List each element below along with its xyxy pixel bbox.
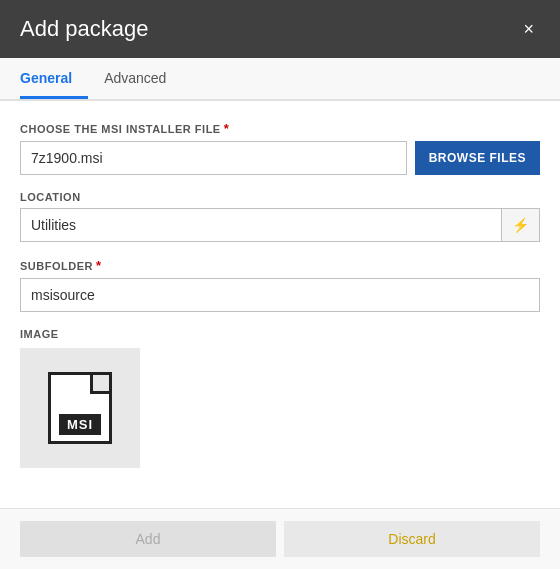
image-label: IMAGE xyxy=(20,328,540,340)
location-row: ⚡ xyxy=(20,208,540,242)
msi-file-input[interactable] xyxy=(20,141,407,175)
add-package-dialog: Add package × General Advanced CHOOSE TH… xyxy=(0,0,560,569)
dialog-body: CHOOSE THE MSI INSTALLER FILE * BROWSE F… xyxy=(0,101,560,508)
msi-file-shape: MSI xyxy=(48,372,112,444)
subfolder-required-star: * xyxy=(96,258,102,273)
dialog-title: Add package xyxy=(20,16,148,42)
image-field: IMAGE MSI xyxy=(20,328,540,468)
tab-advanced[interactable]: Advanced xyxy=(104,58,182,99)
msi-badge: MSI xyxy=(59,414,101,435)
close-button[interactable]: × xyxy=(517,18,540,40)
msi-file-row: BROWSE FILES xyxy=(20,141,540,175)
browse-files-button[interactable]: BROWSE FILES xyxy=(415,141,540,175)
discard-button[interactable]: Discard xyxy=(284,521,540,557)
dialog-footer: Add Discard xyxy=(0,508,560,569)
subfolder-label: SUBFOLDER * xyxy=(20,258,540,273)
msi-file-label: CHOOSE THE MSI INSTALLER FILE * xyxy=(20,121,540,136)
msi-file-field: CHOOSE THE MSI INSTALLER FILE * BROWSE F… xyxy=(20,121,540,175)
location-lightning-icon[interactable]: ⚡ xyxy=(502,208,540,242)
tab-general[interactable]: General xyxy=(20,58,88,99)
msi-icon: MSI xyxy=(48,372,112,444)
msi-required-star: * xyxy=(224,121,230,136)
image-preview: MSI xyxy=(20,348,140,468)
tab-bar: General Advanced xyxy=(0,58,560,101)
location-label: LOCATION xyxy=(20,191,540,203)
subfolder-input[interactable] xyxy=(20,278,540,312)
add-button[interactable]: Add xyxy=(20,521,276,557)
dialog-header: Add package × xyxy=(0,0,560,58)
subfolder-field: SUBFOLDER * xyxy=(20,258,540,312)
location-input[interactable] xyxy=(20,208,502,242)
location-field: LOCATION ⚡ xyxy=(20,191,540,242)
